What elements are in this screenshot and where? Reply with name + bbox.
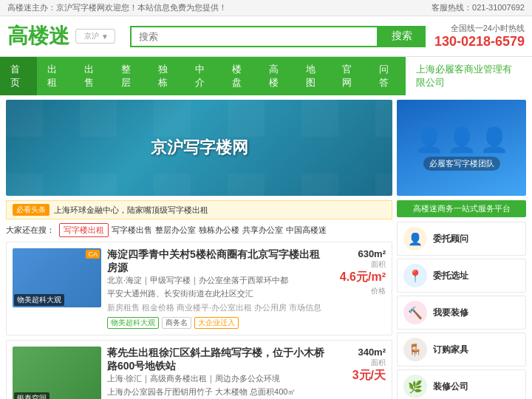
nav-item-sale[interactable]: 出售 — [74, 57, 111, 95]
listing-price: 630m²面积 4.6元/m² 价格 — [330, 248, 386, 329]
nav-item-qa[interactable]: 问答 — [369, 57, 406, 95]
main-content: 京沪写字楼网 必看头条 上海环球金融中心，陆家嘴顶级写字楼出租 大家还在搜： 写… — [0, 95, 532, 399]
service-decoration[interactable]: 🔨 我要装修 — [397, 296, 526, 330]
service-icon-plant: 🌿 — [403, 375, 427, 398]
listing-title[interactable]: 蒋先生出租徐汇区斜土路纯写字楼，位于小木桥路600号地铁站 — [107, 347, 324, 372]
service-icon-furniture: 🪑 — [403, 338, 427, 361]
search-button[interactable]: 搜索 — [378, 26, 426, 47]
left-content: 京沪写字楼网 必看头条 上海环球金融中心，陆家嘴顶级写字楼出租 大家还在搜： 写… — [6, 100, 392, 399]
listing-item: 物美超科大观 CA 海淀四季青中关村5楼松商圈有北京写字楼出租房源 北京·海淀｜… — [6, 242, 392, 335]
service-weituoxuanzhi[interactable]: 📍 委托选址 — [397, 259, 526, 293]
listing-info: 海淀四季青中关村5楼松商圈有北京写字楼出租房源 北京·海淀｜甲级写字楼｜办公室坐… — [107, 248, 324, 329]
nav-item-standalone[interactable]: 独栋 — [148, 57, 185, 95]
nav-item-buildings[interactable]: 楼盘 — [222, 57, 259, 95]
nav-item-agent[interactable]: 中介 — [185, 57, 222, 95]
listing-price: 340m²面积 3元/天 — [330, 347, 386, 400]
header: 高楼迷 京沪 ▼ 搜索 全国线一24小时热线 130-0218-6579 — [0, 16, 532, 57]
nav-company[interactable]: 上海必履客商业管理有限公司 — [406, 57, 532, 95]
city-label: 京沪 — [84, 31, 99, 41]
person-icon-2: 👤 — [447, 126, 477, 154]
listing-img-tag: 银泰空间 — [14, 392, 50, 400]
listing-img-tag: 物美超科大观 — [14, 294, 64, 306]
sidebar-people: 👤 👤 👤 — [415, 126, 509, 154]
service-label-decoration-company: 装修公司 — [433, 381, 468, 393]
person-icon-1: 👤 — [415, 126, 444, 154]
hot-tags: 大家还在搜： 写字楼出租 写字楼出售 整层办公室 独栋办公楼 共享办公室 中国高… — [6, 223, 392, 237]
nav-item-tall[interactable]: 高楼 — [259, 57, 296, 95]
hot-tag-3[interactable]: 整层办公室 — [155, 225, 196, 236]
hot-tag-1[interactable]: 写字楼出租 — [59, 223, 109, 237]
nav-item-map[interactable]: 地图 — [296, 57, 332, 95]
service-icon-location: 📍 — [403, 264, 427, 287]
top-bar-left: 高楼迷主办：京沪写字楼网欢迎您！本站信息免费为您提供！ — [7, 2, 227, 13]
ca-badge: CA — [86, 250, 100, 259]
search-box: 搜索 — [130, 26, 426, 47]
search-input[interactable] — [130, 26, 378, 47]
notice-tag: 必看头条 — [13, 204, 50, 216]
service-weituoguwen[interactable]: 👤 委托顾问 — [397, 222, 526, 256]
listing-area: 630m²面积 — [330, 248, 386, 270]
service-label-consultant: 委托顾问 — [433, 233, 468, 245]
listing-sub: 上海办公室园各厅图钥用竹子 大木楼物 总面积400㎡ — [107, 386, 324, 398]
listing-tag: 商务名 — [162, 317, 191, 329]
nav-item-rent[interactable]: 出租 — [37, 57, 74, 95]
header-right: 全国线一24小时热线 130-0218-6579 — [434, 23, 525, 50]
hot-tag-5[interactable]: 共享办公室 — [242, 225, 283, 236]
nav-item-official[interactable]: 官网 — [332, 57, 369, 95]
listing-sub: 平安大通州路、长安街街道在此社区交汇 — [107, 288, 324, 299]
service-label-furniture: 订购家具 — [433, 344, 468, 356]
hot-tag-6[interactable]: 中国高楼迷 — [286, 225, 327, 236]
sidebar-banner-text: 必履客写字楼团队 — [423, 157, 500, 171]
listing-tag: 大企业迁入 — [194, 317, 239, 329]
listing-image: 物美超科大观 CA — [13, 248, 101, 307]
hot-tag-4[interactable]: 独栋办公楼 — [199, 225, 239, 236]
listing-item: 银泰空间 蒋先生出租徐汇区斜土路纯写字楼，位于小木桥路600号地铁站 上海·徐汇… — [6, 340, 392, 400]
chevron-down-icon: ▼ — [101, 33, 109, 41]
listing-image: 银泰空间 — [13, 347, 101, 400]
banner-text: 京沪写字楼网 — [151, 137, 248, 159]
listing-title[interactable]: 海淀四季青中关村5楼松商圈有北京写字楼出租房源 — [107, 248, 320, 273]
sidebar-banner: 👤 👤 👤 必履客写字楼团队 — [397, 100, 526, 196]
service-label-location: 委托选址 — [433, 270, 468, 282]
service-icon-consultant: 👤 — [403, 227, 427, 250]
price-value: 3元/天 — [330, 368, 386, 383]
service-label-decoration: 我要装修 — [433, 307, 468, 319]
service-decoration-company[interactable]: 🌿 装修公司 — [397, 369, 526, 399]
city-selector[interactable]: 京沪 ▼ — [75, 29, 115, 44]
service-icon-decoration: 🔨 — [403, 301, 427, 324]
listing-tags: 物美超科大观 商务名 大企业迁入 — [107, 317, 324, 329]
hot-tags-label: 大家还在搜： — [6, 225, 55, 236]
nav-item-floor[interactable]: 整层 — [111, 57, 148, 95]
listing-location: 北京·海淀｜甲级写字楼｜办公室坐落于西翠环中都 — [107, 275, 324, 286]
price-value: 4.6元/m² — [330, 270, 386, 285]
hot-tag-2[interactable]: 写字楼出售 — [112, 225, 152, 236]
service-furniture[interactable]: 🪑 订购家具 — [397, 332, 526, 366]
area-label: 面积 — [330, 259, 386, 270]
top-bar-right: 客服热线：021-31007692 — [432, 2, 525, 13]
logo[interactable]: 高楼迷 — [7, 22, 69, 50]
listing-area: 340m²面积 — [330, 347, 386, 368]
nav-item-home[interactable]: 首页 — [0, 57, 37, 95]
main-nav: 首页 出租 出售 整层 独栋 中介 楼盘 高楼 地图 官网 问答 上海必履客商业… — [0, 57, 532, 95]
notice-bar: 必看头条 上海环球金融中心，陆家嘴顶级写字楼出租 — [6, 200, 392, 219]
price-unit: 价格 — [371, 287, 386, 295]
listing-desc: 新房租售 租金价格 商业楼平·办公室出租 办公用房 市场信息 — [107, 301, 324, 314]
sidebar-platform-text: 高楼迷商务一站式服务平台 — [397, 200, 526, 217]
area-label: 面积 — [330, 358, 386, 368]
right-sidebar: 👤 👤 👤 必履客写字楼团队 高楼迷商务一站式服务平台 👤 委托顾问 📍 委托选… — [397, 100, 526, 399]
hotline-label: 全国线一24小时热线 — [434, 23, 525, 34]
phone-number: 130-0218-6579 — [434, 34, 525, 50]
listing-tag: 物美超科大观 — [107, 317, 159, 329]
sidebar-services: 👤 委托顾问 📍 委托选址 🔨 我要装修 🪑 订购家具 🌿 装修公司 — [397, 222, 526, 399]
hero-banner: 京沪写字楼网 — [6, 100, 392, 196]
listing-location: 上海·徐汇｜高级商务楼出租｜周边办多公众环境 — [107, 373, 324, 384]
person-icon-3: 👤 — [480, 126, 509, 154]
notice-text: 上海环球金融中心，陆家嘴顶级写字楼出租 — [54, 205, 208, 216]
listing-info: 蒋先生出租徐汇区斜土路纯写字楼，位于小木桥路600号地铁站 上海·徐汇｜高级商务… — [107, 347, 324, 400]
top-bar: 高楼迷主办：京沪写字楼网欢迎您！本站信息免费为您提供！ 客服热线：021-310… — [0, 0, 532, 16]
